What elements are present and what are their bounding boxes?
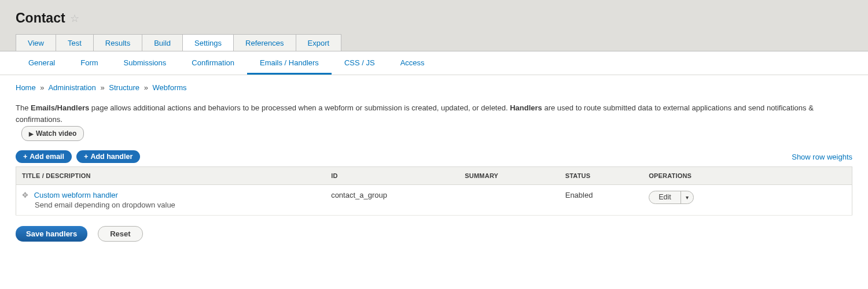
drag-handle-icon[interactable]: ✥ [22, 191, 32, 199]
tab-view[interactable]: View [16, 34, 56, 51]
handler-summary [459, 185, 559, 216]
subtab-submissions[interactable]: Submissions [111, 51, 179, 75]
breadcrumb-structure[interactable]: Structure [109, 83, 139, 92]
col-summary: SUMMARY [459, 167, 559, 185]
breadcrumb: Home » Administration » Structure » Webf… [16, 83, 852, 92]
tab-build[interactable]: Build [142, 34, 182, 51]
play-icon: ▶ [29, 129, 34, 138]
dropbutton-arrow[interactable]: ▾ [681, 191, 693, 203]
handler-title-link[interactable]: Custom webform handler [34, 191, 118, 199]
show-row-weights-link[interactable]: Show row weights [792, 153, 852, 161]
page-description: The Emails/Handlers page allows addition… [16, 102, 852, 141]
subtab-confirmation[interactable]: Confirmation [179, 51, 247, 75]
desc-text: The [16, 103, 31, 112]
col-title: TITLE / DESCRIPTION [16, 167, 326, 185]
operations-dropbutton: Edit ▾ [649, 191, 694, 204]
breadcrumb-home[interactable]: Home [16, 83, 36, 92]
table-header-row: TITLE / DESCRIPTION ID SUMMARY STATUS OP… [16, 167, 852, 185]
breadcrumb-webforms[interactable]: Webforms [153, 83, 187, 92]
subtab-general[interactable]: General [16, 51, 68, 75]
tab-test[interactable]: Test [56, 34, 93, 51]
header-region: Contact ☆ View Test Results Build Settin… [0, 0, 868, 51]
page-title-row: Contact ☆ [16, 10, 852, 26]
col-id: ID [325, 167, 459, 185]
add-email-button[interactable]: + Add email [16, 150, 72, 163]
desc-strong-2: Handlers [510, 103, 542, 112]
desc-strong-1: Emails/Handlers [31, 103, 89, 112]
secondary-tabs-bar: General Form Submissions Confirmation Em… [0, 51, 868, 75]
subtab-emails-handlers[interactable]: Emails / Handlers [247, 51, 332, 75]
plus-icon: + [23, 153, 27, 161]
col-operations: OPERATIONS [643, 167, 852, 185]
reset-button[interactable]: Reset [98, 226, 142, 242]
subtab-css-js[interactable]: CSS / JS [332, 51, 388, 75]
handler-description: Send email depending on dropdown value [35, 201, 319, 209]
breadcrumb-administration[interactable]: Administration [48, 83, 95, 92]
add-handler-button[interactable]: + Add handler [76, 150, 140, 163]
save-handlers-button[interactable]: Save handlers [16, 226, 87, 242]
watch-video-label: Watch video [36, 128, 76, 139]
add-handler-label: Add handler [90, 153, 133, 161]
handler-status: Enabled [560, 185, 643, 216]
edit-button[interactable]: Edit [649, 191, 681, 203]
tab-results[interactable]: Results [93, 34, 142, 51]
plus-icon: + [84, 153, 88, 161]
primary-tabs: View Test Results Build Settings Referen… [16, 34, 852, 51]
handler-id: contact_a_group [325, 185, 459, 216]
subtab-form[interactable]: Form [68, 51, 111, 75]
tab-references[interactable]: References [233, 34, 295, 51]
handlers-table: TITLE / DESCRIPTION ID SUMMARY STATUS OP… [16, 166, 852, 216]
tab-export[interactable]: Export [296, 34, 342, 51]
add-email-label: Add email [30, 153, 64, 161]
breadcrumb-sep: » [40, 83, 44, 92]
col-status: STATUS [560, 167, 643, 185]
subtab-access[interactable]: Access [388, 51, 437, 75]
actions-row: + Add email + Add handler Show row weigh… [16, 150, 852, 163]
secondary-tabs: General Form Submissions Confirmation Em… [16, 51, 852, 75]
star-icon[interactable]: ☆ [70, 12, 79, 25]
watch-video-button[interactable]: ▶ Watch video [21, 126, 84, 141]
breadcrumb-sep: » [100, 83, 104, 92]
table-row: ✥ Custom webform handler Send email depe… [16, 185, 852, 216]
form-actions: Save handlers Reset [16, 226, 852, 242]
breadcrumb-sep: » [144, 83, 148, 92]
content-region: Home » Administration » Structure » Webf… [0, 75, 868, 259]
desc-text: page allows additional actions and behav… [89, 103, 510, 112]
page-title: Contact [16, 10, 65, 26]
tab-settings[interactable]: Settings [182, 34, 233, 51]
